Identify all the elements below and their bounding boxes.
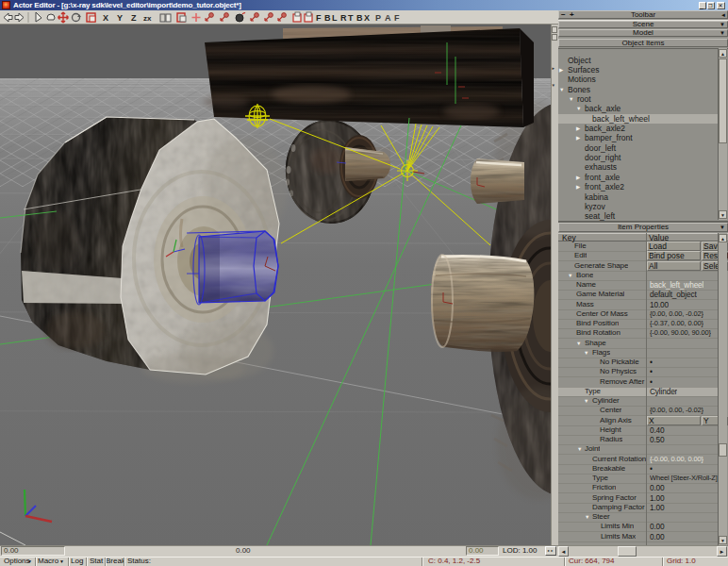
svg-text:R: R — [340, 13, 347, 23]
svg-text:X: X — [103, 13, 108, 23]
svg-text:B: B — [356, 13, 363, 23]
svg-text:zx: zx — [143, 14, 152, 23]
svg-text:L: L — [332, 13, 338, 23]
svg-text:P: P — [375, 13, 381, 23]
svg-text:B: B — [324, 13, 331, 23]
svg-text:X: X — [364, 13, 370, 23]
svg-text:Z: Z — [131, 13, 137, 23]
svg-text:F: F — [316, 13, 322, 23]
svg-text:Y: Y — [117, 13, 123, 23]
svg-text:T: T — [348, 13, 354, 23]
svg-text:F: F — [394, 13, 400, 23]
svg-text:A: A — [385, 13, 391, 23]
